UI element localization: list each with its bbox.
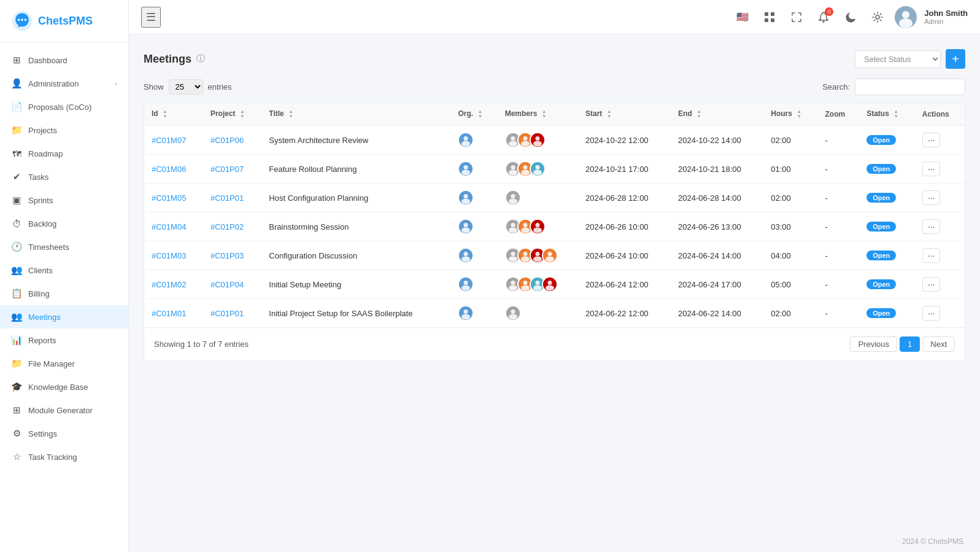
sidebar-item-backlog[interactable]: ⏱ Backlog: [0, 212, 128, 235]
zoom: -: [818, 126, 860, 155]
sidebar-item-timesheets[interactable]: 🕐 Timesheets: [0, 235, 128, 259]
sidebar-item-task-tracking[interactable]: ☆ Task Tracking: [0, 445, 128, 468]
svg-rect-7: [771, 18, 774, 22]
sidebar-item-sprints[interactable]: ▣ Sprints: [0, 189, 128, 212]
meeting-id-link[interactable]: #C01M01: [152, 309, 186, 318]
meeting-id-link[interactable]: #C01M04: [152, 222, 186, 231]
meeting-id-link[interactable]: #C01M03: [152, 251, 186, 260]
org-cell: [450, 126, 497, 155]
hours: 02:00: [763, 184, 817, 212]
hamburger-button[interactable]: ☰: [141, 7, 161, 28]
meeting-id-link[interactable]: #C01M07: [152, 136, 186, 145]
sidebar: ChetsPMS ⊞ Dashboard 👤 Administration › …: [0, 0, 129, 552]
col-hours[interactable]: Hours ▲▼: [763, 103, 817, 126]
svg-point-50: [523, 223, 527, 227]
sidebar-item-roadmap[interactable]: 🗺 Roadmap: [0, 142, 128, 165]
sidebar-item-proposals[interactable]: 📄 Proposals (CoCo): [0, 95, 128, 119]
sidebar-item-dashboard[interactable]: ⊞ Dashboard: [0, 49, 128, 72]
meeting-id-link[interactable]: #C01M06: [152, 165, 186, 174]
search-input[interactable]: [855, 79, 965, 95]
task-tracking-icon: ☆: [11, 451, 22, 462]
page-info-icon[interactable]: ⓘ: [196, 53, 205, 64]
actions-button[interactable]: ···: [922, 277, 941, 292]
start-date: 2024-06-28 12:00: [578, 184, 671, 212]
meeting-title: Configuration Discussion: [261, 241, 450, 270]
members-cell: [498, 155, 578, 184]
sidebar-item-billing[interactable]: 📋 Billing: [0, 282, 128, 305]
project-id-link[interactable]: #C01P04: [210, 280, 244, 289]
svg-point-72: [461, 286, 470, 291]
col-end[interactable]: End ▲▼: [671, 103, 763, 126]
table-row: #C01M07#C01P06System Architecture Review…: [144, 126, 965, 155]
sidebar-item-tasks[interactable]: ✔ Tasks: [0, 165, 128, 189]
actions-button[interactable]: ···: [922, 248, 941, 263]
meeting-title: Feature Rollout Planning: [261, 155, 450, 184]
sidebar-item-projects[interactable]: 📁 Projects: [0, 119, 128, 142]
col-status[interactable]: Status ▲▼: [859, 103, 915, 126]
members-cell: [498, 299, 578, 328]
actions-cell: ···: [915, 126, 965, 155]
status-select[interactable]: Select Status Open Closed: [855, 50, 941, 68]
sidebar-item-meetings[interactable]: 👥 Meetings: [0, 305, 128, 328]
meeting-title: System Architecture Review: [261, 126, 450, 155]
project-id-link[interactable]: #C01P03: [210, 251, 244, 260]
svg-point-71: [464, 281, 468, 285]
gear-icon[interactable]: [868, 7, 887, 27]
svg-point-15: [461, 141, 470, 147]
dark-mode-icon[interactable]: [841, 7, 860, 27]
project-id-link[interactable]: #C01P01: [210, 193, 244, 203]
table-body: #C01M07#C01P06System Architecture Review…: [144, 126, 965, 328]
next-button[interactable]: Next: [922, 336, 955, 352]
sidebar-item-administration[interactable]: 👤 Administration ›: [0, 72, 128, 95]
actions-button[interactable]: ···: [922, 306, 941, 321]
svg-point-89: [511, 309, 515, 314]
sidebar-item-clients[interactable]: 👥 Clients: [0, 259, 128, 282]
show-label: Show: [144, 82, 164, 91]
svg-point-38: [464, 194, 468, 198]
avatar-stack: [458, 190, 490, 206]
proposals-icon: 📄: [11, 101, 22, 112]
col-title[interactable]: Title ▲▼: [261, 103, 450, 126]
apps-grid-icon[interactable]: [760, 7, 779, 27]
actions-button[interactable]: ···: [922, 133, 941, 147]
sidebar-item-knowledge-base[interactable]: 🎓 Knowledge Base: [0, 375, 128, 398]
meeting-id-link[interactable]: #C01M05: [152, 193, 186, 203]
svg-point-63: [521, 257, 530, 262]
svg-point-90: [509, 314, 517, 320]
svg-point-29: [511, 165, 515, 169]
page-1-button[interactable]: 1: [900, 336, 920, 352]
col-members[interactable]: Members ▲▼: [498, 103, 578, 126]
flag-icon-container[interactable]: 🇺🇸: [733, 7, 752, 27]
meeting-title: Host Configuration Planning: [261, 184, 450, 212]
project-id-link[interactable]: #C01P01: [210, 309, 244, 318]
col-org[interactable]: Org. ▲▼: [450, 103, 497, 126]
table-controls: Show 25 10 50 100 entries Search:: [144, 79, 965, 95]
svg-point-84: [546, 286, 554, 291]
col-start[interactable]: Start ▲▼: [578, 103, 671, 126]
members-cell: [498, 184, 578, 212]
actions-button[interactable]: ···: [922, 161, 941, 176]
actions-button[interactable]: ···: [922, 190, 941, 205]
col-id[interactable]: Id ▲▼: [144, 103, 203, 126]
sidebar-item-settings[interactable]: ⚙ Settings: [0, 422, 128, 445]
svg-point-68: [547, 252, 552, 256]
col-project[interactable]: Project ▲▼: [203, 103, 261, 126]
sidebar-item-module-generator[interactable]: ⊞ Module Generator: [0, 398, 128, 422]
project-id-link[interactable]: #C01P06: [210, 136, 244, 145]
sidebar-item-file-manager[interactable]: 📁 File Manager: [0, 352, 128, 375]
actions-button[interactable]: ···: [922, 219, 941, 234]
col-zoom[interactable]: Zoom: [818, 103, 860, 126]
add-meeting-button[interactable]: +: [946, 49, 965, 69]
project-id-link[interactable]: #C01P07: [210, 165, 244, 174]
table: Id ▲▼ Project ▲▼ Title ▲▼ Org. ▲▼ Member…: [144, 103, 965, 327]
members-cell: [498, 241, 578, 270]
fullscreen-icon[interactable]: [787, 7, 806, 27]
project-id-link[interactable]: #C01P02: [210, 222, 244, 231]
avatar[interactable]: [895, 6, 917, 28]
notification-icon[interactable]: 0: [814, 7, 833, 27]
previous-button[interactable]: Previous: [850, 336, 897, 352]
svg-point-87: [461, 314, 470, 320]
sidebar-item-reports[interactable]: 📊 Reports: [0, 328, 128, 352]
meeting-id-link[interactable]: #C01M02: [152, 280, 186, 289]
entries-select[interactable]: 25 10 50 100: [169, 79, 203, 95]
